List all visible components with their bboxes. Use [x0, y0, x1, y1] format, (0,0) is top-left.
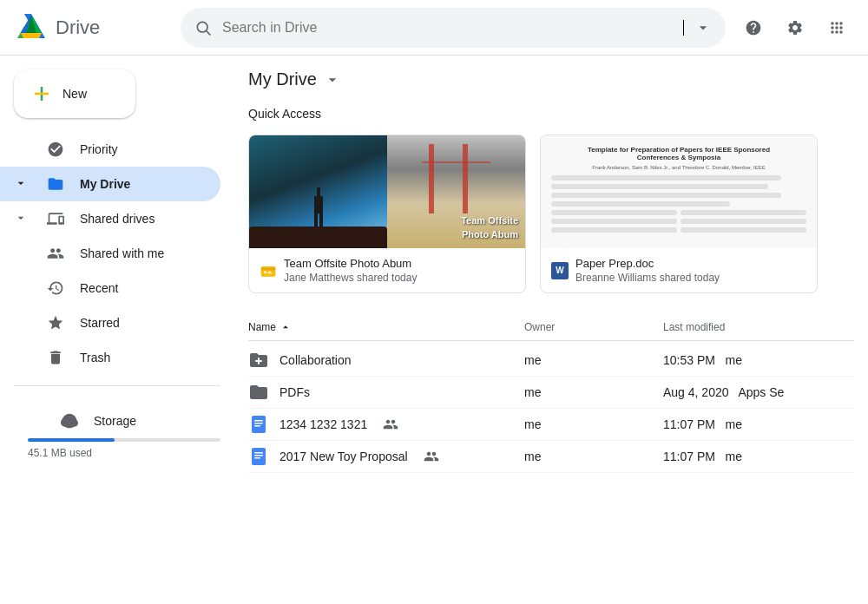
trash-icon: [45, 347, 66, 368]
quick-access-card-paper-prep[interactable]: Template for Preparation of Papers for I…: [540, 135, 818, 293]
doc-line-5: [551, 210, 677, 215]
file-owner-pdfs: me: [524, 385, 663, 399]
photo-panel-1: [249, 135, 387, 248]
main-content: My Drive Quick Access: [234, 56, 868, 604]
drive-title-dropdown-icon[interactable]: [324, 71, 341, 89]
shared-folder-icon-collaboration: [248, 350, 269, 371]
drive-logo-icon: [14, 10, 49, 45]
quick-access-section: Team OffsitePhoto Abum Team Offsite P: [248, 135, 854, 293]
word-icon-letter: W: [556, 266, 563, 275]
svg-rect-26: [254, 455, 263, 456]
drive-title: My Drive: [248, 69, 317, 89]
file-owner-collaboration: me: [524, 353, 663, 367]
file-row-toy-proposal[interactable]: 2017 New Toy Proposal me 11:07 PM me: [248, 441, 854, 473]
photo-panel-2: Team OffsitePhoto Abum: [387, 135, 525, 248]
sidebar-item-shared-drives[interactable]: Shared drives: [0, 201, 220, 236]
expand-arrow-shared-drives: [14, 211, 31, 227]
file-row-doc1232[interactable]: 1234 1232 1321 me 11:07 PM me: [248, 409, 854, 441]
svg-rect-15: [314, 196, 323, 213]
column-owner-label: Owner: [524, 321, 555, 333]
doc-inner-title: Template for Preparation of Papers for I…: [551, 146, 806, 161]
sidebar-item-trash[interactable]: Trash: [0, 340, 220, 375]
sidebar-item-label-my-drive: My Drive: [80, 177, 207, 191]
bridge-cable: [422, 161, 491, 163]
svg-rect-23: [254, 425, 260, 427]
paper-prep-details: Paper Prep.doc Breanne Williams shared t…: [575, 257, 806, 284]
doc-icon-toy-proposal: [248, 446, 269, 467]
column-name[interactable]: Name: [248, 321, 524, 333]
team-offsite-info: Team Offsite Photo Abum Jane Matthews sh…: [249, 248, 525, 292]
sidebar-item-my-drive[interactable]: My Drive: [0, 167, 220, 201]
sort-asc-icon: [279, 321, 292, 333]
sidebar-item-starred[interactable]: Starred: [0, 305, 220, 340]
paper-prep-info: W Paper Prep.doc Breanne Williams shared…: [541, 248, 817, 292]
file-name-toy-proposal: 2017 New Toy Proposal: [279, 450, 408, 463]
sidebar-divider: [14, 385, 220, 386]
shared-drives-icon: [45, 208, 66, 229]
search-icon: [194, 19, 212, 36]
folder-icon-pdfs: [248, 382, 269, 403]
app-container: Drive: [0, 0, 868, 604]
file-list-header: Name Owner Last modified: [248, 314, 854, 341]
header-icons: [736, 10, 854, 45]
sidebar-item-recent[interactable]: Recent: [0, 271, 220, 305]
svg-line-10: [207, 30, 211, 35]
file-row-pdfs[interactable]: PDFs me Aug 4, 2020 Apps Se: [248, 377, 854, 409]
bridge-tower-2: [463, 144, 468, 213]
search-input[interactable]: [222, 20, 672, 36]
sidebar-item-storage[interactable]: Storage: [14, 404, 207, 438]
sidebar-item-shared-with-me[interactable]: Shared with me: [0, 236, 220, 271]
shared-people-icon-doc1232: [383, 417, 398, 432]
settings-button[interactable]: [778, 10, 812, 45]
expand-arrow-my-drive: [14, 176, 31, 193]
svg-point-9: [197, 22, 207, 32]
new-button[interactable]: New: [14, 69, 135, 118]
help-button[interactable]: [736, 10, 771, 45]
doc-line-4: [551, 201, 730, 207]
sidebar-item-label-priority: Priority: [80, 142, 207, 156]
file-modified-doc1232: 11:07 PM me: [663, 417, 854, 431]
bridge-tower-1: [429, 144, 434, 213]
slides-folder-icon: [260, 262, 277, 279]
person-silhouette: [310, 187, 327, 231]
doc-inner-author: Frank Anderson, Sam B. Niles Jr., and Th…: [551, 165, 806, 170]
starred-icon: [45, 312, 66, 333]
search-cursor: [683, 20, 684, 36]
apps-button[interactable]: [819, 10, 854, 45]
svg-rect-27: [254, 457, 260, 459]
storage-used-label: 45.1 MB used: [28, 447, 220, 459]
file-name-collaboration: Collaboration: [279, 353, 352, 367]
search-bar[interactable]: [181, 8, 726, 48]
file-name-cell-toy-proposal: 2017 New Toy Proposal: [248, 446, 524, 467]
search-dropdown-icon[interactable]: [694, 19, 712, 36]
paper-prep-thumbnail: Template for Preparation of Papers for I…: [541, 135, 817, 248]
file-name-cell-doc1232: 1234 1232 1321: [248, 414, 524, 435]
file-modified-collaboration: 10:53 PM me: [663, 353, 854, 367]
storage-section: Storage 45.1 MB used: [0, 397, 234, 478]
file-owner-toy-proposal: me: [524, 450, 663, 463]
plus-icon: [31, 83, 52, 104]
doc-line-6: [551, 219, 677, 224]
svg-rect-22: [254, 423, 263, 424]
doc-icon-1232: [248, 414, 269, 435]
svg-rect-24: [252, 448, 266, 465]
help-icon: [745, 19, 762, 36]
team-offsite-details: Team Offsite Photo Abum Jane Matthews sh…: [284, 257, 515, 284]
file-name-cell-collaboration: Collaboration: [248, 350, 524, 371]
svg-rect-14: [317, 187, 320, 196]
quick-access-card-team-offsite[interactable]: Team OffsitePhoto Abum Team Offsite P: [248, 135, 526, 293]
storage-bar: [28, 438, 220, 442]
sidebar-item-priority[interactable]: Priority: [0, 132, 220, 167]
paper-prep-meta: Breanne Williams shared today: [575, 272, 806, 284]
header: Drive: [0, 0, 868, 56]
priority-icon: [45, 139, 66, 160]
doc-line-10: [681, 227, 806, 233]
sidebar-item-label-shared-drives: Shared drives: [80, 212, 207, 226]
logo-text: Drive: [56, 16, 100, 39]
file-row-collaboration[interactable]: Collaboration me 10:53 PM me: [248, 345, 854, 377]
file-name-cell-pdfs: PDFs: [248, 382, 524, 403]
storage-bar-fill: [28, 438, 115, 442]
sidebar-item-label-recent: Recent: [80, 281, 207, 295]
doc-line-2: [551, 184, 768, 189]
doc-line-3: [551, 193, 781, 198]
